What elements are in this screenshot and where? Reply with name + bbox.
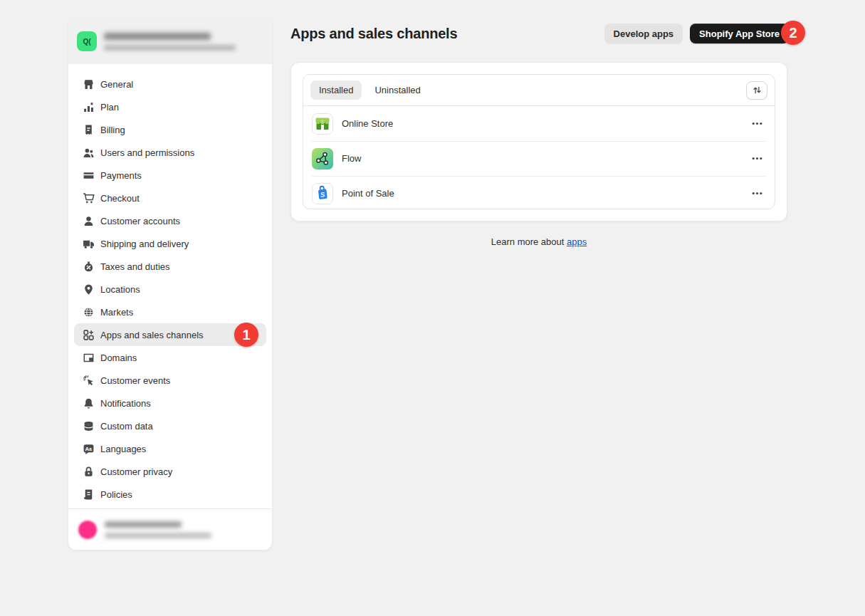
sidebar-item-label: Notifications [100, 398, 151, 409]
more-options-icon [751, 187, 763, 199]
sidebar-item-checkout[interactable]: Checkout [74, 187, 266, 209]
customer-privacy-lock-icon [83, 466, 95, 478]
sidebar-item-general[interactable]: General [74, 73, 266, 95]
store-info [104, 33, 236, 51]
sidebar-item-shipping-and-delivery[interactable]: Shipping and delivery [74, 232, 266, 255]
settings-nav: GeneralPlanBillingUsers and permissionsP… [68, 64, 272, 506]
sidebar-item-customer-privacy[interactable]: Customer privacy [74, 460, 266, 483]
sidebar-item-markets[interactable]: Markets [74, 301, 266, 323]
locations-pin-icon [83, 283, 95, 296]
store-email-redacted [104, 45, 236, 51]
customer-accounts-icon [83, 215, 95, 227]
apps-grid-icon [83, 329, 95, 341]
settings-sidebar: Q( GeneralPlanBillingUsers and permissio… [68, 18, 273, 550]
online-store-app-icon [312, 113, 333, 135]
sidebar-item-label: Customer events [100, 375, 170, 386]
more-options-button[interactable] [748, 184, 766, 202]
sort-button[interactable] [746, 81, 767, 100]
apps-list: Online StoreFlowSPoint of Sale [303, 106, 775, 209]
sidebar-item-label: Customer accounts [100, 216, 180, 226]
policies-icon [83, 489, 95, 501]
custom-data-icon [83, 420, 95, 432]
user-name-redacted [105, 521, 182, 528]
store-header: Q( [68, 19, 272, 64]
sidebar-item-plan[interactable]: Plan [74, 95, 266, 118]
sidebar-item-label: Payments [100, 170, 142, 181]
sidebar-item-billing[interactable]: Billing [74, 118, 266, 141]
app-name: Point of Sale [342, 188, 394, 199]
sidebar-item-label: Customer privacy [100, 466, 172, 477]
sidebar-item-label: Checkout [100, 193, 140, 204]
languages-icon: Aa [83, 443, 95, 455]
sidebar-item-label: Plan [100, 102, 119, 113]
sidebar-item-custom-data[interactable]: Custom data [74, 414, 266, 437]
shopify-app-store-button[interactable]: Shopify App Store [690, 24, 789, 43]
sidebar-item-label: Users and permissions [100, 147, 194, 158]
learn-more-label: Learn more about [491, 236, 567, 247]
sidebar-item-notifications[interactable]: Notifications [74, 392, 266, 414]
markets-globe-icon [83, 306, 95, 318]
notifications-bell-icon [83, 397, 95, 409]
shipping-truck-icon [83, 238, 95, 250]
sidebar-item-policies[interactable]: Policies [74, 483, 266, 506]
sidebar-item-languages[interactable]: AaLanguages [74, 437, 266, 460]
sidebar-item-taxes-and-duties[interactable]: Taxes and duties [74, 255, 266, 278]
sidebar-item-label: Locations [100, 284, 140, 295]
more-options-button[interactable] [748, 150, 766, 167]
app-row-flow[interactable]: Flow [303, 141, 775, 176]
store-name-redacted [104, 33, 211, 40]
sidebar-item-label: General [100, 79, 133, 90]
svg-text:a: a [89, 447, 92, 451]
payments-icon [83, 169, 95, 182]
sidebar-item-locations[interactable]: Locations [74, 278, 266, 301]
apps-tabs-row: InstalledUninstalled [303, 75, 775, 106]
sidebar-item-label: Custom data [100, 421, 153, 432]
sidebar-item-customer-accounts[interactable]: Customer accounts [74, 209, 266, 232]
app-name: Online Store [342, 118, 393, 129]
sidebar-item-customer-events[interactable]: Customer events [74, 369, 266, 392]
apps-link[interactable]: apps [567, 236, 587, 247]
more-options-icon [751, 152, 763, 165]
sidebar-item-label: Apps and sales channels [100, 330, 204, 340]
sidebar-item-label: Taxes and duties [100, 261, 170, 272]
checkout-cart-icon [83, 192, 95, 204]
develop-apps-button[interactable]: Develop apps [604, 24, 683, 43]
sidebar-item-label: Policies [100, 489, 132, 500]
flow-app-icon [312, 148, 333, 169]
page-title: Apps and sales channels [290, 26, 457, 42]
tab-installed[interactable]: Installed [310, 80, 362, 100]
app-row-online-store[interactable]: Online Store [303, 106, 775, 141]
header-actions: Develop apps Shopify App Store [604, 24, 789, 43]
user-footer [68, 508, 272, 550]
more-options-icon [751, 118, 763, 130]
sidebar-item-label: Shipping and delivery [100, 239, 189, 249]
annotation-badge-2: 2 [781, 21, 805, 45]
storefront-icon [83, 78, 95, 90]
sidebar-item-users-and-permissions[interactable]: Users and permissions [74, 141, 266, 164]
apps-list-box: InstalledUninstalled Online StoreFlowSPo… [303, 74, 775, 209]
more-options-button[interactable] [748, 115, 766, 132]
annotation-badge-1: 1 [234, 323, 258, 347]
sidebar-item-label: Billing [100, 125, 125, 135]
store-avatar: Q( [77, 31, 97, 51]
sidebar-item-label: Markets [100, 307, 133, 318]
app-name: Flow [342, 153, 361, 164]
learn-more-text: Learn more about apps [290, 236, 787, 247]
user-email-redacted [105, 533, 211, 538]
sort-arrows-icon [752, 85, 762, 95]
apps-card: InstalledUninstalled Online StoreFlowSPo… [290, 62, 787, 221]
billing-receipt-icon [83, 124, 95, 136]
point-of-sale-app-icon: S [312, 183, 333, 204]
user-info [105, 521, 211, 538]
app-row-point-of-sale[interactable]: SPoint of Sale [303, 176, 775, 209]
user-avatar [78, 521, 97, 539]
tab-uninstalled[interactable]: Uninstalled [366, 80, 429, 100]
sidebar-item-label: Domains [100, 353, 137, 363]
customer-events-icon [83, 375, 95, 387]
sidebar-item-payments[interactable]: Payments [74, 164, 266, 187]
sidebar-item-label: Languages [100, 444, 146, 454]
taxes-duties-icon [83, 261, 95, 273]
plan-chart-icon [83, 101, 95, 113]
domains-icon [83, 352, 95, 364]
sidebar-item-domains[interactable]: Domains [74, 346, 266, 369]
